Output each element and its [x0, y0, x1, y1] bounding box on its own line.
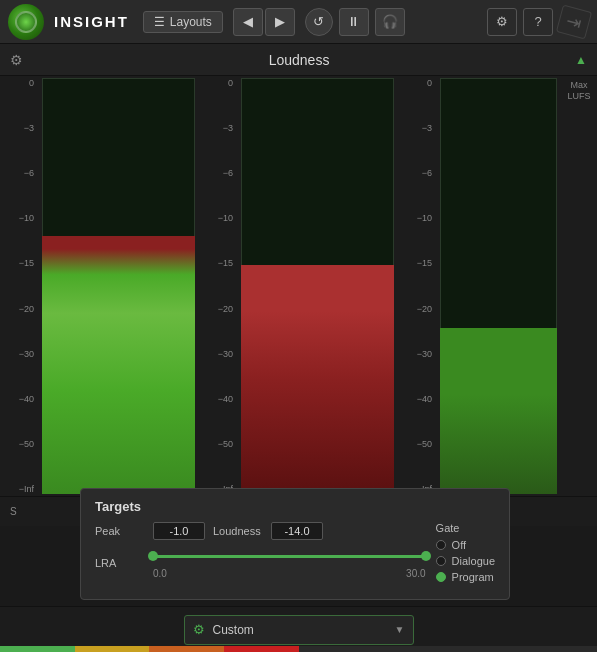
panel-title: Loudness — [23, 52, 575, 68]
skip-button[interactable]: ⇥ — [556, 4, 592, 39]
peak-input[interactable] — [153, 522, 205, 540]
right-meter-col: 0 −3 −6 −10 −15 −20 −30 −40 −50 −Inf Max… — [398, 76, 597, 496]
left-meter-col: 0 −3 −6 −10 −15 −20 −30 −40 −50 −Inf — [0, 76, 199, 496]
r-scale-30: −30 — [417, 349, 432, 359]
c-scale-15: −15 — [218, 258, 233, 268]
gate-dialogue-radio[interactable] — [436, 556, 446, 566]
r-scale-50: −50 — [417, 439, 432, 449]
c-scale-6: −6 — [223, 168, 233, 178]
lra-max-label: 30.0 — [406, 568, 425, 579]
scale-10: −10 — [19, 213, 34, 223]
color-bar-green — [0, 646, 75, 652]
r-scale-20: −20 — [417, 304, 432, 314]
c-scale-3: −3 — [223, 123, 233, 133]
gate-off-radio[interactable] — [436, 540, 446, 550]
scale-50: −50 — [19, 439, 34, 449]
c-scale-0: 0 — [228, 78, 233, 88]
center-meter-labels: 0 −3 −6 −10 −15 −20 −30 −40 −50 −Inf — [199, 76, 237, 496]
c-scale-10: −10 — [218, 213, 233, 223]
right-meter-bar — [440, 78, 557, 494]
app-title: INSIGHT — [54, 13, 129, 30]
color-bar-orange — [149, 646, 224, 652]
meter-area: 0 −3 −6 −10 −15 −20 −30 −40 −50 −Inf 0 −… — [0, 76, 597, 496]
color-bar-red — [224, 646, 299, 652]
lra-row: LRA 0.0 30.0 — [95, 546, 426, 579]
targets-panel: Targets Peak Loudness LRA — [80, 488, 510, 600]
short-label: S — [10, 506, 17, 517]
center-bar-fill — [241, 265, 394, 494]
targets-title: Targets — [95, 499, 495, 514]
scale-30: −30 — [19, 349, 34, 359]
center-meter-col: 0 −3 −6 −10 −15 −20 −30 −40 −50 −Inf — [199, 76, 398, 496]
settings-button[interactable]: ⚙ — [487, 8, 517, 36]
app-logo — [8, 4, 44, 40]
gate-program-label: Program — [452, 571, 494, 583]
prev-button[interactable]: ◀ — [233, 8, 263, 36]
r-scale-10: −10 — [417, 213, 432, 223]
toolbar: INSIGHT ☰ Layouts ◀ ▶ ↺ ⏸ 🎧 ⚙ ? ⇥ — [0, 0, 597, 44]
color-bar — [0, 646, 597, 652]
r-scale-3: −3 — [422, 123, 432, 133]
max-lufs-label: MaxLUFS — [567, 80, 590, 102]
gate-off-label: Off — [452, 539, 466, 551]
gate-program-option[interactable]: Program — [436, 571, 495, 583]
lra-slider[interactable] — [153, 546, 426, 566]
left-bar-fill — [42, 236, 195, 494]
lra-thumb-left[interactable] — [148, 551, 158, 561]
lra-min-label: 0.0 — [153, 568, 167, 579]
menu-icon: ☰ — [154, 15, 165, 29]
right-meter-labels: 0 −3 −6 −10 −15 −20 −30 −40 −50 −Inf — [398, 76, 436, 496]
gate-section: Gate Off Dialogue Program — [436, 522, 495, 587]
scale-6: −6 — [24, 168, 34, 178]
lra-track — [153, 555, 426, 558]
left-meter-bar — [42, 78, 195, 494]
r-scale-40: −40 — [417, 394, 432, 404]
r-scale-6: −6 — [422, 168, 432, 178]
logo-inner — [15, 11, 37, 33]
scale-3: −3 — [24, 123, 34, 133]
left-meter-labels: 0 −3 −6 −10 −15 −20 −30 −40 −50 −Inf — [0, 76, 38, 496]
chevron-down-icon: ▼ — [395, 624, 405, 635]
layouts-label: Layouts — [170, 15, 212, 29]
scale-inf: −Inf — [19, 484, 34, 494]
r-scale-15: −15 — [417, 258, 432, 268]
help-button[interactable]: ? — [523, 8, 553, 36]
r-scale-0: 0 — [427, 78, 432, 88]
gate-dialogue-label: Dialogue — [452, 555, 495, 567]
peak-label: Peak — [95, 525, 145, 537]
sliders-icon: ⚙ — [193, 622, 205, 637]
scale-15: −15 — [19, 258, 34, 268]
loudness-label: Loudness — [213, 525, 263, 537]
scale-40: −40 — [19, 394, 34, 404]
loop-button[interactable]: ↺ — [305, 8, 333, 36]
gate-dialogue-option[interactable]: Dialogue — [436, 555, 495, 567]
panel-settings-icon[interactable]: ⚙ — [10, 52, 23, 68]
layouts-button[interactable]: ☰ Layouts — [143, 11, 223, 33]
expand-icon[interactable]: ▲ — [575, 53, 587, 67]
panel-header: ⚙ Loudness ▲ — [0, 44, 597, 76]
center-meter-bar — [241, 78, 394, 494]
lra-label: LRA — [95, 557, 145, 569]
lra-thumb-right[interactable] — [421, 551, 431, 561]
color-bar-yellow — [75, 646, 150, 652]
scale-20: −20 — [19, 304, 34, 314]
right-bar-fill — [440, 328, 557, 494]
lra-range-labels: 0.0 30.0 — [153, 568, 426, 579]
transport-controls: ◀ ▶ — [233, 8, 295, 36]
next-button[interactable]: ▶ — [265, 8, 295, 36]
gate-program-radio[interactable] — [436, 572, 446, 582]
scale-0: 0 — [29, 78, 34, 88]
c-scale-40: −40 — [218, 394, 233, 404]
gate-title: Gate — [436, 522, 495, 534]
headphone-button[interactable]: 🎧 — [375, 8, 405, 36]
c-scale-50: −50 — [218, 439, 233, 449]
color-bar-dark — [299, 646, 598, 652]
loudness-input[interactable] — [271, 522, 323, 540]
preset-dropdown[interactable]: ⚙ Custom ▼ — [184, 615, 414, 645]
pause-button[interactable]: ⏸ — [339, 8, 369, 36]
peak-row: Peak Loudness — [95, 522, 426, 540]
c-scale-30: −30 — [218, 349, 233, 359]
dropdown-label: Custom — [213, 623, 387, 637]
gate-off-option[interactable]: Off — [436, 539, 495, 551]
lra-track-fill — [153, 555, 426, 558]
